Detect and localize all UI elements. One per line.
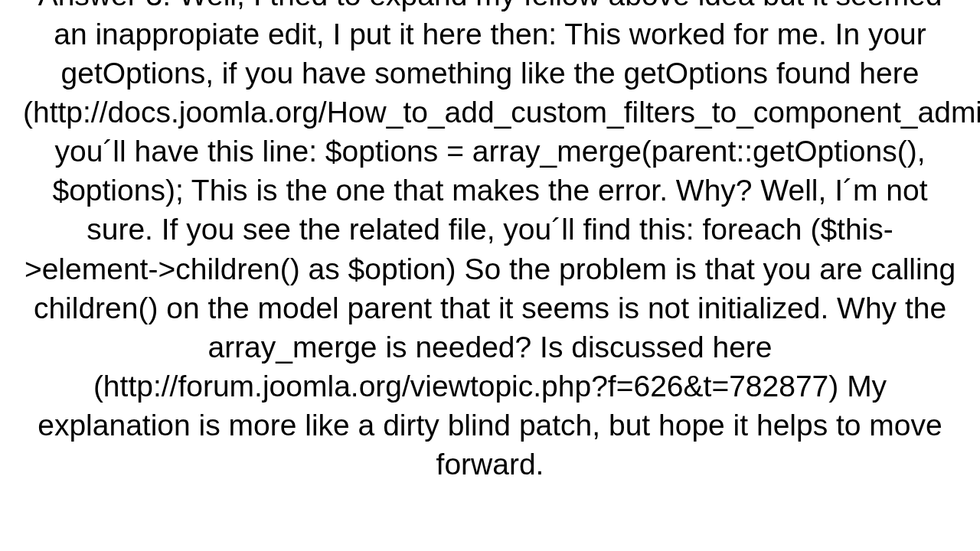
- answer-body: Answer 3: Well, I tried to expand my fel…: [23, 0, 957, 484]
